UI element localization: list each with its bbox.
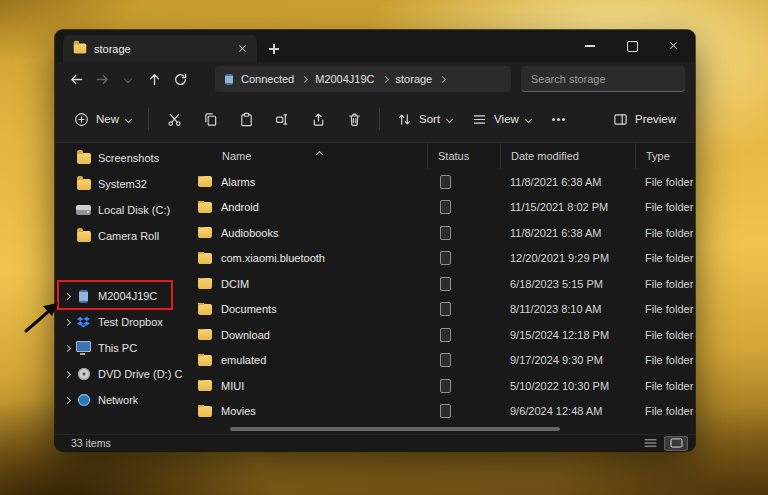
sidebar-item-camera-roll[interactable]: Camera Roll <box>55 223 187 249</box>
folder-icon <box>198 202 212 213</box>
sidebar-item-screenshots[interactable]: Screenshots <box>55 145 187 171</box>
expand-chevron-icon[interactable] <box>60 398 74 403</box>
preview-button[interactable]: Preview <box>604 103 685 135</box>
copy-icon <box>203 112 218 127</box>
folder-icon <box>198 253 212 264</box>
divider <box>148 108 149 130</box>
table-row-alarms[interactable]: Alarms 11/8/2021 6:38 AM File folder <box>187 169 695 195</box>
up-button[interactable] <box>141 66 167 92</box>
table-row-android[interactable]: Android 11/15/2021 8:02 PM File folder <box>187 195 695 221</box>
search-input[interactable] <box>521 66 685 92</box>
sidebar-item-system32[interactable]: System32 <box>55 171 187 197</box>
sidebar-item-label: Screenshots <box>98 152 159 164</box>
large-icons-view-icon <box>670 438 683 448</box>
sidebar-item-m2004j19c[interactable]: M2004J19C <box>55 283 187 309</box>
status-cell <box>427 251 500 265</box>
dropbox-icon <box>74 316 93 328</box>
file-name-cell: Movies <box>187 405 427 417</box>
column-header-name[interactable]: Name <box>187 143 427 169</box>
column-header-date-modified[interactable]: Date modified <box>500 143 635 169</box>
table-row-com-xiaomi-bluetooth[interactable]: com.xiaomi.bluetooth 12/20/2021 9:29 PM … <box>187 246 695 272</box>
date-modified-cell: 9/6/2024 12:48 AM <box>500 405 635 417</box>
this-pc-icon <box>74 341 93 355</box>
file-name-cell: Audiobooks <box>187 227 427 239</box>
drive-icon <box>74 205 93 215</box>
view-button[interactable]: View <box>463 103 540 135</box>
folder-icon <box>74 179 93 190</box>
breadcrumb-connected[interactable]: Connected <box>241 73 294 85</box>
folder-icon <box>198 329 212 340</box>
rename-button[interactable] <box>265 103 299 135</box>
chevron-right-icon[interactable] <box>382 75 389 82</box>
paste-button[interactable] <box>229 103 263 135</box>
new-button[interactable]: New <box>65 103 140 135</box>
explorer-body: Screenshots System32 Local Disk (C:) Cam… <box>55 143 695 434</box>
sidebar-item-local-disk-c[interactable]: Local Disk (C:) <box>55 197 187 223</box>
column-headers: Name Status Date modified Type <box>187 143 695 169</box>
table-row-miui[interactable]: MIUI 5/10/2022 10:30 PM File folder <box>187 373 695 399</box>
date-modified-cell: 11/8/2021 6:38 AM <box>500 227 635 239</box>
sidebar-item-test-dropbox[interactable]: Test Dropbox <box>55 309 187 335</box>
refresh-button[interactable] <box>167 66 193 92</box>
navigation-bar: Connected M2004J19C storage <box>55 62 695 96</box>
expand-chevron-icon[interactable] <box>60 320 74 325</box>
column-header-status[interactable]: Status <box>427 143 500 169</box>
breadcrumb-storage[interactable]: storage <box>396 73 433 85</box>
folder-icon <box>198 406 212 417</box>
expand-chevron-icon[interactable] <box>60 372 74 377</box>
sidebar-item-dvd-drive[interactable]: DVD Drive (D:) C <box>55 361 187 387</box>
chevron-down-icon <box>124 75 132 83</box>
sort-button[interactable]: Sort <box>388 103 461 135</box>
items-count: 33 items <box>71 437 111 449</box>
large-icons-view-button[interactable] <box>665 437 687 450</box>
new-tab-button[interactable] <box>265 40 283 58</box>
file-name-cell: MIUI <box>187 380 427 392</box>
view-label: View <box>494 113 519 125</box>
tab-close-button[interactable] <box>233 40 251 58</box>
table-row-audiobooks[interactable]: Audiobooks 11/8/2021 6:38 AM File folder <box>187 220 695 246</box>
table-row-documents[interactable]: Documents 8/11/2023 8:10 AM File folder <box>187 297 695 323</box>
tab-storage[interactable]: storage <box>63 35 257 62</box>
minimize-button[interactable] <box>569 30 611 62</box>
table-row-download[interactable]: Download 9/15/2024 12:18 PM File folder <box>187 322 695 348</box>
maximize-button[interactable] <box>611 30 653 62</box>
column-header-type[interactable]: Type <box>635 143 695 169</box>
more-options-button[interactable] <box>542 103 576 135</box>
copy-button[interactable] <box>193 103 227 135</box>
cut-icon <box>167 112 182 127</box>
status-icon <box>440 200 451 214</box>
titlebar: storage <box>55 30 695 62</box>
details-view-button[interactable] <box>639 437 661 450</box>
date-modified-cell: 8/11/2023 8:10 AM <box>500 303 635 315</box>
table-row-emulated[interactable]: emulated 9/17/2024 9:30 PM File folder <box>187 348 695 374</box>
sidebar-item-label: Local Disk (C:) <box>98 204 170 216</box>
status-icon <box>440 404 451 418</box>
preview-pane-icon <box>613 112 628 127</box>
sidebar-item-label: M2004J19C <box>98 290 157 302</box>
share-button[interactable] <box>301 103 335 135</box>
folder-icon <box>198 278 212 289</box>
forward-button[interactable] <box>89 66 115 92</box>
recent-locations-button[interactable] <box>115 66 141 92</box>
maximize-icon <box>627 41 638 52</box>
sidebar-item-this-pc[interactable]: This PC <box>55 335 187 361</box>
expand-chevron-icon[interactable] <box>60 294 74 299</box>
sidebar-item-label: This PC <box>98 342 137 354</box>
delete-button[interactable] <box>337 103 371 135</box>
breadcrumb-device[interactable]: M2004J19C <box>315 73 374 85</box>
horizontal-scrollbar[interactable] <box>230 427 560 431</box>
cut-button[interactable] <box>157 103 191 135</box>
sidebar-item-network[interactable]: Network <box>55 387 187 413</box>
view-icon <box>472 112 487 127</box>
type-cell: File folder <box>635 405 695 417</box>
window-controls <box>569 30 695 62</box>
expand-chevron-icon[interactable] <box>60 346 74 351</box>
back-button[interactable] <box>63 66 89 92</box>
table-row-dcim[interactable]: DCIM 6/18/2023 5:15 PM File folder <box>187 271 695 297</box>
close-button[interactable] <box>653 30 695 62</box>
sidebar-item-label: System32 <box>98 178 147 190</box>
chevron-right-icon[interactable] <box>301 75 308 82</box>
chevron-right-icon[interactable] <box>439 75 446 82</box>
date-modified-cell: 5/10/2022 10:30 PM <box>500 380 635 392</box>
table-row-movies[interactable]: Movies 9/6/2024 12:48 AM File folder <box>187 399 695 425</box>
